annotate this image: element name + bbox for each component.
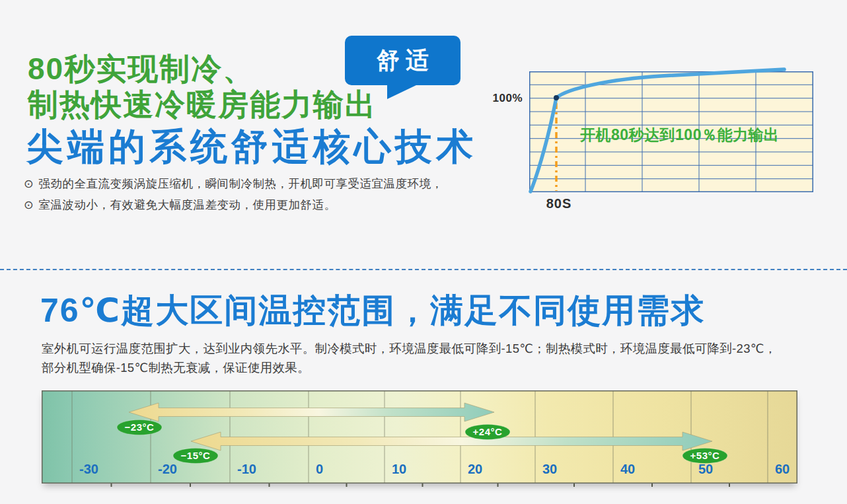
curve-marker-dot	[554, 95, 559, 100]
tick-label: 0	[316, 462, 323, 476]
temperature-diagram-canvas: −23°C +24°C −15°C +53°C -30 -20 -10 0 10	[42, 390, 797, 489]
circle-dot-bullet-icon: ⊙	[24, 177, 34, 190]
bullet-text-1: 强劲的全直流变频涡旋压缩机，瞬间制冷制热，开机即可享受适宜温度环境，	[39, 177, 443, 190]
feature-bullet-list: ⊙ 强劲的全直流变频涡旋压缩机，瞬间制冷制热，开机即可享受适宜温度环境， ⊙ 室…	[24, 178, 443, 220]
feature-title-green-line1: 80秒实现制冷、	[28, 52, 254, 85]
chart-y-axis-label: 100%	[488, 92, 523, 105]
comfort-speech-bubble: 舒适	[345, 36, 460, 85]
paragraph-line-2: 部分机型确保-15℃制热无衰减，保证使用效果。	[42, 358, 777, 377]
heat-min-badge-label: −23°C	[125, 421, 155, 433]
temperature-section-heading: 76℃超大区间温控范围，满足不同使用需求	[40, 291, 705, 330]
cool-min-badge-label: −15°C	[181, 450, 211, 461]
cool-max-badge-label: +53°C	[690, 450, 720, 461]
heat-max-badge-label: +24°C	[473, 426, 503, 437]
paragraph-line-1: 室外机可运行温度范围扩大，达到业内领先水平。制冷模式时，环境温度最低可降到-15…	[42, 339, 777, 358]
chart-annotation: 开机80秒达到100％能力输出	[580, 125, 779, 145]
speech-bubble-tail	[387, 85, 418, 99]
feature-subtitle-blue: 尖端的系统舒适核心技术	[26, 126, 477, 167]
tick-label: 30	[542, 462, 557, 476]
heat-min-badge: −23°C	[117, 420, 162, 435]
bullet-item-1: ⊙ 强劲的全直流变频涡旋压缩机，瞬间制冷制热，开机即可享受适宜温度环境，	[24, 178, 443, 190]
tick-label: 10	[392, 462, 406, 476]
product-feature-page: 80秒实现制冷、 制热快速冷暖房能力输出 尖端的系统舒适核心技术 ⊙ 强劲的全直…	[0, 0, 847, 504]
tick-label: -10	[237, 462, 256, 476]
tick-label: 50	[698, 462, 713, 476]
section-divider	[0, 269, 847, 270]
tick-label: 40	[620, 462, 635, 476]
tick-label: -20	[158, 462, 177, 476]
minor-tick-marks	[112, 484, 730, 487]
circle-dot-bullet-icon: ⊙	[24, 198, 34, 211]
chart-x-axis-label: 80S	[540, 196, 577, 211]
bullet-item-2: ⊙ 室温波动小，有效避免大幅度温差变动，使用更加舒适。	[24, 199, 443, 211]
temperature-section-paragraph: 室外机可运行温度范围扩大，达到业内领先水平。制冷模式时，环境温度最低可降到-15…	[42, 339, 777, 377]
temperature-range-diagram: −23°C +24°C −15°C +53°C -30 -20 -10 0 10	[42, 390, 797, 484]
capacity-output-chart: 100% 80S 开机80秒达到100％能力输出	[529, 71, 813, 192]
bullet-text-2: 室温波动小，有效避免大幅度温差变动，使用更加舒适。	[39, 198, 336, 211]
feature-title-green-line2: 制热快速冷暖房能力输出	[28, 88, 377, 121]
heat-max-badge: +24°C	[465, 425, 510, 440]
tick-label: -30	[79, 462, 98, 476]
cool-min-badge: −15°C	[173, 449, 218, 464]
tick-label: 60	[775, 462, 790, 476]
tick-label: 20	[468, 462, 482, 476]
comfort-bubble-label: 舒适	[371, 45, 435, 76]
